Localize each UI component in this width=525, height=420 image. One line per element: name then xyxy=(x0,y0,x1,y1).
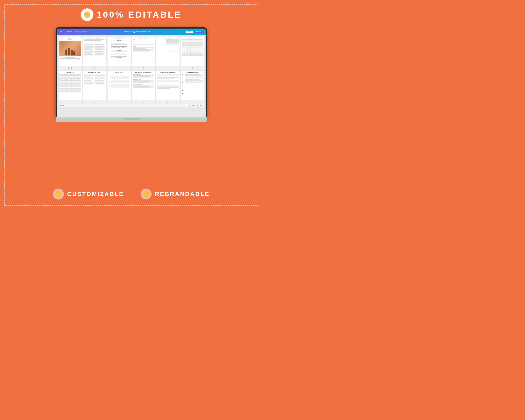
laptop-screen-inner: File Resize All changes saved PTSD Thera… xyxy=(57,28,206,117)
line xyxy=(133,80,154,81)
page-9-coping[interactable]: COPING STEPS Use these steps to work thr… xyxy=(108,71,131,104)
s-row xyxy=(95,84,105,84)
page-10-emotion[interactable]: RECOGNIZE YOUR EMOTION Identify your emo… xyxy=(132,71,155,104)
canva-status: All changes saved xyxy=(75,31,87,33)
page-1-footer: 💬 🗑 xyxy=(59,66,82,70)
coping-label: Coping skills xyxy=(133,46,154,47)
cover-caption: This planner belongs to... xyxy=(59,57,81,58)
panic-row xyxy=(157,41,178,42)
flow-box-3a: Avoid / escape xyxy=(111,47,119,48)
page-6-number: 6 xyxy=(192,67,193,69)
row xyxy=(95,55,102,56)
page-3-intrusive[interactable]: INTRUSIVE MEMORIES Trigger / cue ↓ Thoug… xyxy=(108,37,131,70)
row xyxy=(84,45,94,45)
laptop-hinge xyxy=(123,118,140,120)
emotion-triggers: What triggered this emotion? xyxy=(133,79,154,80)
trauma-section-M xyxy=(185,80,203,82)
flowchart: Trigger / cue ↓ Thoughts, feelings, sens… xyxy=(108,39,130,59)
line xyxy=(157,88,170,89)
line xyxy=(185,78,199,78)
line xyxy=(185,76,199,76)
canva-download-button[interactable]: Downlo... xyxy=(195,31,204,33)
fears-col-h xyxy=(191,39,194,40)
fears-row xyxy=(182,46,203,47)
line xyxy=(133,41,154,41)
bar xyxy=(166,44,178,44)
line xyxy=(133,51,154,51)
page-6-fears[interactable]: FEARS CHART xyxy=(181,37,204,70)
page-8-symptoms[interactable]: SYMPTOMS OF STRESS xyxy=(83,71,106,104)
fears-row xyxy=(182,42,203,43)
step-circle-3 xyxy=(109,85,111,87)
customizable-label: CUSTOMIZABLE xyxy=(67,191,124,197)
bar xyxy=(166,41,178,42)
trauma-lines-col xyxy=(185,74,203,95)
canva-file-menu[interactable]: File xyxy=(59,30,64,33)
flow-box-6: Long-term worsening xyxy=(111,56,127,58)
page-12-number: 12 xyxy=(192,102,193,103)
line xyxy=(133,75,154,76)
describe-section4 xyxy=(157,87,178,89)
page-5-panic[interactable]: PANIC ATTACK xyxy=(156,37,179,70)
letter-A: A xyxy=(182,81,184,84)
flow-arrow-4: ↓ xyxy=(119,52,119,53)
page-10-footer: 10 xyxy=(132,100,155,104)
canva-share-button[interactable]: Share xyxy=(186,31,193,33)
s-row xyxy=(95,81,105,82)
mood-header xyxy=(79,74,81,75)
mood-header xyxy=(69,74,71,75)
trauma-section-A2 xyxy=(185,82,203,83)
page-10-number: 10 xyxy=(143,102,144,103)
page-2-content: WEEKLY PTSD CHECKLIST xyxy=(83,37,106,66)
line xyxy=(133,76,150,77)
bar xyxy=(166,49,178,49)
fears-row xyxy=(182,50,203,51)
notes-label[interactable]: Notes xyxy=(60,105,64,106)
line xyxy=(133,83,146,83)
line xyxy=(157,77,178,78)
page-2-lines xyxy=(84,39,105,43)
page-7-footer: 7 xyxy=(59,100,82,104)
flow-box-4: Safety behaviors xyxy=(111,50,127,51)
flow-arrow-3: ↓ xyxy=(119,48,119,49)
line xyxy=(84,39,105,40)
mood-data-row xyxy=(59,83,81,84)
mood-data-row xyxy=(59,87,81,88)
page-2-title: WEEKLY PTSD CHECKLIST xyxy=(84,37,105,39)
row xyxy=(84,56,93,56)
bar xyxy=(166,40,178,41)
page-2-checklist[interactable]: WEEKLY PTSD CHECKLIST xyxy=(83,37,106,70)
grid-view-icon[interactable]: ⊞ xyxy=(196,105,198,107)
panic-row xyxy=(157,40,178,41)
page-8-title: SYMPTOMS OF STRESS xyxy=(84,72,105,73)
s-row xyxy=(84,85,92,85)
line xyxy=(133,44,154,45)
canva-resize-menu[interactable]: Resize xyxy=(66,30,73,33)
panic-row xyxy=(157,45,178,45)
fears-row xyxy=(182,44,203,45)
fears-row xyxy=(182,42,203,42)
fullscreen-icon[interactable]: ⛶ xyxy=(200,105,202,107)
s-row xyxy=(84,75,94,75)
page-3-footer: 3 xyxy=(108,66,131,70)
row xyxy=(84,44,94,44)
trash-icon: 🗑 xyxy=(71,67,72,69)
page-12-content: TRAUMA WORKSHEET T R A U M A xyxy=(181,71,204,100)
row xyxy=(95,47,102,47)
page-11-describe[interactable]: DESCRIBE YOUR EMOTION xyxy=(156,71,179,104)
s-row xyxy=(84,74,94,74)
page-1-cover[interactable]: PTSD THERAPY PLANNER This planne xyxy=(59,37,82,70)
row xyxy=(95,56,105,56)
customizable-badge xyxy=(53,189,64,199)
line xyxy=(185,74,199,75)
row xyxy=(95,54,105,54)
line xyxy=(185,83,199,83)
trauma-section-A xyxy=(185,77,203,78)
page-12-trauma[interactable]: TRAUMA WORKSHEET T R A U M A xyxy=(181,71,204,104)
step-box-3 xyxy=(111,84,129,88)
mood-header xyxy=(66,74,69,75)
page-6-footer: 6 xyxy=(181,66,204,70)
page-7-mood[interactable]: DAILY MOOD xyxy=(59,71,82,104)
page-1-content: PTSD THERAPY PLANNER This planne xyxy=(59,37,82,66)
page-4-triggers[interactable]: TRIGGERS & COPING Trigger Apply to situa… xyxy=(132,37,155,70)
